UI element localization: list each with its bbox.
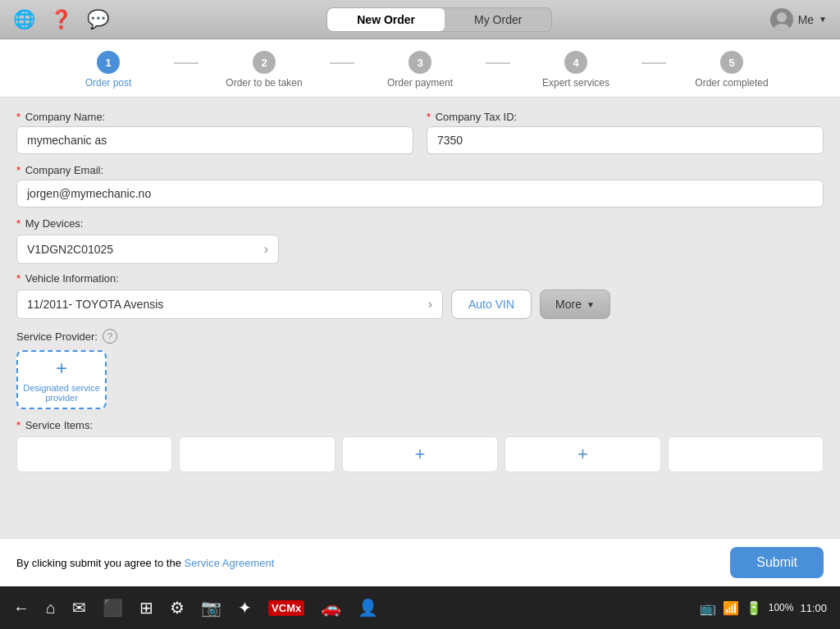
service-items-row: + + (16, 436, 824, 472)
agreement-text-area: By clicking submit you agree to the Serv… (16, 557, 274, 569)
email-input[interactable] (16, 180, 824, 207)
time-display: 11:00 (800, 602, 827, 614)
screen-cast-icon: 📺 (700, 600, 716, 616)
submit-button[interactable]: Submit (730, 547, 824, 578)
taskbar-left: ← ⌂ ✉ ⬛ ⊞ ⚙ 📷 ✦ VCMx 🚗 👤 (13, 598, 378, 618)
service-items-label: * Service Items: (16, 419, 824, 431)
taskbar-back-icon[interactable]: ← (13, 599, 30, 618)
step-line-2 (330, 62, 354, 64)
step-5-label: Order completed (695, 77, 768, 89)
avatar (770, 8, 793, 31)
required-star-6: * (16, 419, 21, 431)
vehicle-dropdown[interactable]: 11/2011- TOYOTA Avensis › (16, 289, 443, 319)
battery-icon: 🔋 (746, 600, 762, 616)
devices-label: * My Devices: (16, 217, 824, 230)
step-2-label: Order to be taken (226, 77, 302, 89)
taskbar-camera-icon[interactable]: 📷 (201, 598, 221, 618)
bottom-bar: By clicking submit you agree to the Serv… (0, 538, 840, 586)
devices-section: * My Devices: V1DGN2C01025 › (16, 217, 824, 264)
plus-icon: + (56, 357, 67, 380)
service-provider-help-icon[interactable]: ? (103, 329, 117, 344)
user-label: Me (798, 13, 814, 26)
step-4: 4 Expert services (510, 51, 641, 89)
more-chevron-icon: ▼ (587, 300, 595, 309)
taskbar-mail-icon[interactable]: ✉ (72, 598, 86, 618)
company-name-label: * Company Name: (16, 111, 413, 123)
step-3-circle: 3 (409, 51, 431, 74)
step-1: 1 Order post (43, 51, 174, 89)
top-bar-left: 🌐 ❓ 💬 (13, 9, 109, 30)
wifi-icon: 📶 (723, 600, 739, 616)
vehicle-row: 11/2011- TOYOTA Avensis › Auto VIN More … (16, 289, 824, 319)
taskbar-panels-icon[interactable]: ⊞ (139, 598, 153, 618)
step-5: 5 Order completed (666, 51, 797, 89)
step-line-1 (174, 62, 199, 64)
taskbar-brightness-icon[interactable]: ✦ (238, 598, 252, 618)
service-item-4[interactable]: + (504, 436, 660, 472)
taskbar: ← ⌂ ✉ ⬛ ⊞ ⚙ 📷 ✦ VCMx 🚗 👤 📺 📶 🔋 100% 11:0… (0, 586, 840, 629)
globe-icon[interactable]: 🌐 (13, 9, 35, 30)
tab-new-order[interactable]: New Order (327, 8, 445, 31)
more-button[interactable]: More ▼ (540, 289, 610, 319)
taskbar-home-icon[interactable]: ⌂ (46, 599, 56, 618)
step-line-4 (641, 62, 666, 64)
progress-bar: 1 Order post 2 Order to be taken 3 Order… (0, 39, 840, 98)
required-star-5: * (16, 272, 21, 285)
taskbar-right: 📺 📶 🔋 100% 11:00 (700, 600, 827, 616)
step-5-circle: 5 (720, 51, 743, 74)
company-tax-input[interactable] (427, 126, 824, 154)
required-star-2: * (427, 111, 431, 123)
steps-container: 1 Order post 2 Order to be taken 3 Order… (43, 51, 797, 89)
vehicle-chevron-icon: › (428, 297, 432, 312)
company-name-input[interactable] (16, 126, 413, 154)
email-row: * Company Email: (16, 164, 824, 207)
auto-vin-button[interactable]: Auto VIN (451, 289, 532, 319)
taskbar-car-icon[interactable]: 🚗 (321, 598, 341, 618)
step-4-label: Expert services (542, 77, 609, 89)
company-name-group: * Company Name: (16, 111, 413, 154)
step-3-label: Order payment (387, 77, 453, 89)
step-line-3 (486, 62, 510, 64)
service-items-section: * Service Items: + + (16, 419, 824, 472)
help-icon[interactable]: ❓ (50, 9, 72, 30)
vehicle-section: * Vehicle Information: 11/2011- TOYOTA A… (16, 272, 824, 319)
service-agreement-link[interactable]: Service Agreement (185, 557, 275, 569)
company-row: * Company Name: * Company Tax ID: (16, 111, 824, 154)
user-area[interactable]: Me ▼ (770, 8, 827, 31)
provider-text: Designated service provider (18, 383, 105, 403)
service-provider-label: Service Provider: ? (16, 329, 824, 344)
step-1-label: Order post (85, 77, 132, 89)
service-item-2[interactable] (179, 436, 335, 472)
service-provider-section: Service Provider: ? + Designated service… (16, 329, 824, 409)
top-bar: 🌐 ❓ 💬 New Order My Order Me ▼ (0, 0, 840, 39)
step-2: 2 Order to be taken (199, 51, 330, 89)
vehicle-info-label: * Vehicle Information: (16, 272, 824, 285)
step-2-circle: 2 (253, 51, 276, 74)
required-star-4: * (16, 217, 21, 230)
add-provider-button[interactable]: + Designated service provider (16, 350, 107, 409)
taskbar-vcm-icon[interactable]: VCMx (268, 600, 304, 616)
company-tax-group: * Company Tax ID: (427, 111, 824, 154)
step-4-circle: 4 (564, 51, 587, 74)
email-group: * Company Email: (16, 164, 824, 207)
chat-icon[interactable]: 💬 (87, 9, 109, 30)
step-1-circle: 1 (97, 51, 120, 74)
service-item-3[interactable]: + (342, 436, 498, 472)
taskbar-screen-icon[interactable]: ⬛ (103, 598, 123, 618)
devices-chevron-icon: › (264, 242, 268, 257)
taskbar-person-icon[interactable]: 👤 (358, 598, 378, 618)
step-3: 3 Order payment (354, 51, 486, 89)
email-label: * Company Email: (16, 164, 824, 176)
battery-text: 100% (769, 602, 794, 613)
svg-point-1 (774, 24, 790, 31)
service-item-5[interactable] (668, 436, 824, 472)
agreement-static-text: By clicking submit you agree to the (16, 557, 181, 569)
main-content: * Company Name: * Company Tax ID: * Comp… (0, 98, 840, 538)
taskbar-settings-icon[interactable]: ⚙ (170, 598, 185, 618)
svg-point-0 (777, 12, 787, 22)
required-star-1: * (16, 111, 21, 123)
tab-my-order[interactable]: My Order (445, 8, 551, 31)
service-item-1[interactable] (16, 436, 172, 472)
vehicle-value: 11/2011- TOYOTA Avensis (27, 298, 163, 311)
devices-dropdown[interactable]: V1DGN2C01025 › (16, 235, 279, 264)
